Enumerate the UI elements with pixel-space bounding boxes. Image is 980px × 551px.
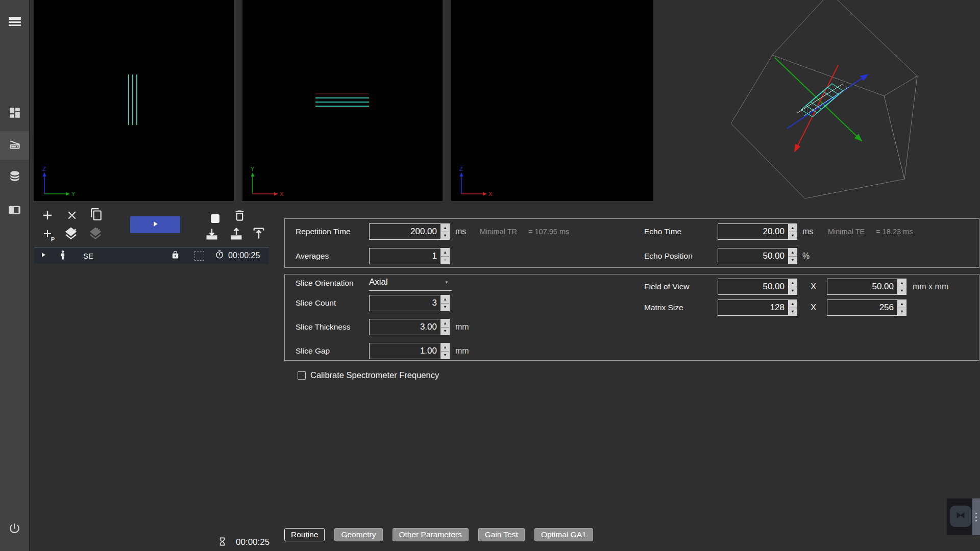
sequence-play-button[interactable] <box>39 247 47 264</box>
tab-routine[interactable]: Routine <box>284 528 325 541</box>
corner-scrollbar[interactable] <box>972 498 980 535</box>
matrix-separator: X <box>811 299 816 316</box>
selection-button[interactable] <box>194 247 204 264</box>
stop-button[interactable] <box>207 210 223 227</box>
sidebar-item-dashboard[interactable] <box>0 99 29 128</box>
spin-up[interactable]: ▲ <box>898 279 906 287</box>
viewport-yx[interactable]: Y X <box>242 0 443 201</box>
slice-line <box>132 74 133 125</box>
hourglass-icon <box>217 535 227 550</box>
upload-button[interactable] <box>228 227 244 243</box>
echo-position-input[interactable]: 50.00 ▲▼ <box>718 248 797 264</box>
spin-up[interactable]: ▲ <box>441 224 449 232</box>
drag-dot <box>975 516 977 518</box>
spin-up[interactable]: ▲ <box>789 248 797 257</box>
slice-orientation-select[interactable]: Axial ▼ <box>369 276 452 291</box>
geometry-parameters-panel: Slice Orientation Axial ▼ Field of View … <box>284 274 979 361</box>
slice-thickness-unit: mm <box>455 318 469 336</box>
lock-button[interactable] <box>171 247 180 264</box>
spin-up[interactable]: ▲ <box>789 279 797 287</box>
echo-time-unit: ms <box>802 223 813 240</box>
slice-thickness-label: Slice Thickness <box>296 318 350 336</box>
import-stack-button[interactable] <box>87 227 104 243</box>
spin-up[interactable]: ▲ <box>789 300 797 308</box>
spin-down[interactable]: ▼ <box>898 287 906 295</box>
slice-count-label: Slice Count <box>296 294 336 312</box>
copy-icon <box>90 208 103 223</box>
viewport-3d[interactable] <box>653 0 980 214</box>
tab-optimal-ga1[interactable]: Optimal GA1 <box>534 528 593 541</box>
sequence-list-row[interactable]: SE 00:00:25 <box>34 247 269 264</box>
slice-gap-input[interactable]: 1.00 ▲▼ <box>369 343 450 359</box>
field-of-view-label: Field of View <box>644 278 689 295</box>
slice-line <box>136 74 137 125</box>
download-button[interactable] <box>204 227 220 243</box>
duplicate-button[interactable] <box>88 207 105 223</box>
spin-up[interactable]: ▲ <box>789 224 797 232</box>
add-icon <box>40 208 55 224</box>
axis-indicator: Y X <box>246 165 288 199</box>
slice-line <box>315 106 369 107</box>
play-icon <box>151 220 159 230</box>
slice-thickness-input[interactable]: 3.00 ▲▼ <box>369 319 450 335</box>
menu-icon[interactable] <box>0 3 29 32</box>
echo-time-input[interactable]: 20.00 ▲▼ <box>718 223 797 240</box>
chevron-down-icon: ▼ <box>445 280 449 285</box>
upload-to-top-icon <box>252 226 266 242</box>
corner-flip-button[interactable] <box>950 506 971 527</box>
upload-all-button[interactable] <box>251 226 267 242</box>
close-x-icon <box>65 209 79 224</box>
spin-down[interactable]: ▼ <box>441 352 449 359</box>
spin-down[interactable]: ▼ <box>789 257 797 264</box>
axis-label-horizontal: Y <box>71 191 76 197</box>
spin-down[interactable]: ▼ <box>441 257 449 264</box>
spin-down[interactable]: ▼ <box>441 232 449 240</box>
spin-down[interactable]: ▼ <box>441 304 449 311</box>
slice-line-dim <box>315 93 369 94</box>
delete-button[interactable] <box>231 208 248 224</box>
remove-button[interactable] <box>64 208 80 224</box>
viewport-zy[interactable]: Z Y <box>34 0 234 201</box>
spin-up[interactable]: ▲ <box>441 295 449 304</box>
sidebar-item-database[interactable] <box>0 163 29 191</box>
axis-label-horizontal: X <box>488 191 493 197</box>
matrix-size-y-input[interactable]: 256 ▲▼ <box>827 299 906 316</box>
add-protocol-button[interactable]: P <box>39 227 56 243</box>
add-button[interactable] <box>39 208 56 224</box>
field-of-view-y-input[interactable]: 50.00 ▲▼ <box>827 279 906 295</box>
viewport-zx[interactable]: Z X <box>451 0 653 201</box>
spin-up[interactable]: ▲ <box>441 343 449 352</box>
run-sequence-button[interactable] <box>130 216 180 233</box>
sidebar-item-protocols[interactable] <box>0 196 29 225</box>
slice-count-input[interactable]: 3 ▲▼ <box>369 295 450 311</box>
sidebar <box>0 0 30 551</box>
spin-down[interactable]: ▼ <box>441 328 449 335</box>
slice-orientation-label: Slice Orientation <box>296 274 354 292</box>
trash-icon <box>233 209 247 224</box>
spin-down[interactable]: ▼ <box>898 308 906 316</box>
calibrate-frequency-checkbox[interactable] <box>298 371 306 380</box>
slice-line <box>128 74 129 125</box>
matrix-size-x-input[interactable]: 128 ▲▼ <box>718 299 797 316</box>
export-stack-button[interactable] <box>63 227 79 243</box>
subject-button[interactable] <box>59 247 67 264</box>
spin-up[interactable]: ▲ <box>441 319 449 328</box>
spin-up[interactable]: ▲ <box>898 300 906 308</box>
spin-down[interactable]: ▼ <box>789 232 797 240</box>
dashboard-icon <box>8 106 21 121</box>
stop-icon <box>211 214 219 223</box>
spin-up[interactable]: ▲ <box>441 248 449 257</box>
sequence-toolbar: P <box>34 203 269 246</box>
sidebar-item-scanner[interactable] <box>0 131 29 160</box>
spin-down[interactable]: ▼ <box>789 287 797 295</box>
axis-label-horizontal: X <box>280 191 284 197</box>
field-of-view-x-input[interactable]: 50.00 ▲▼ <box>718 279 797 295</box>
tab-gain-test[interactable]: Gain Test <box>478 528 525 541</box>
spin-down[interactable]: ▼ <box>789 308 797 316</box>
averages-input[interactable]: 1 ▲▼ <box>369 248 450 264</box>
repetition-time-input[interactable]: 200.00 ▲▼ <box>369 223 450 240</box>
tab-other-parameters[interactable]: Other Parameters <box>393 528 469 541</box>
tab-geometry[interactable]: Geometry <box>334 528 382 541</box>
timing-parameters-panel: Repetition Time 200.00 ▲▼ ms Minimal TR=… <box>284 218 979 268</box>
sidebar-item-power[interactable] <box>0 515 29 543</box>
